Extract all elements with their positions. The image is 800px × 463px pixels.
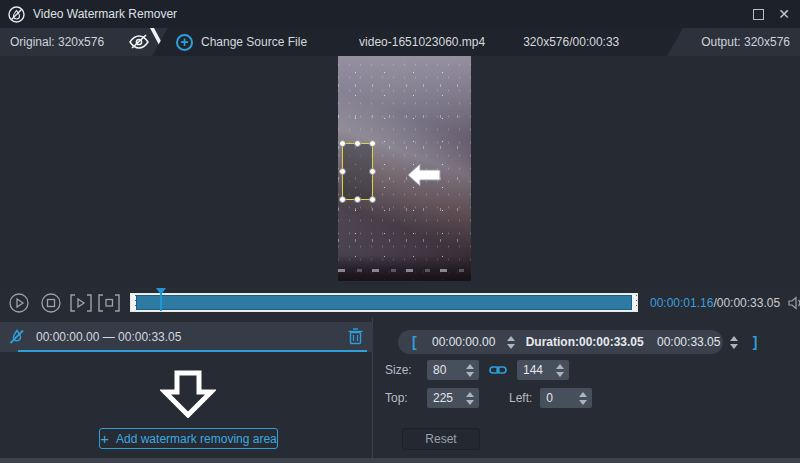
watermark-selection-box[interactable]: [342, 143, 373, 200]
resize-handle-bottom-right[interactable]: [369, 196, 376, 203]
resize-handle-bottom-center[interactable]: [354, 196, 361, 203]
bottom-area: 00:00:00.00 — 00:00:33.05 + Add watermar…: [0, 318, 800, 458]
delete-watermark-icon[interactable]: [348, 328, 363, 345]
volume-icon[interactable]: [788, 296, 800, 310]
step-down-icon[interactable]: [466, 400, 474, 405]
app-window: Video Watermark Remover ✕ Original: 320x…: [0, 0, 800, 463]
size-width-stepper[interactable]: [464, 364, 479, 377]
start-time-value[interactable]: 00:00:00.00: [423, 335, 505, 349]
timeline-selected-range: [136, 295, 632, 310]
end-time-stepper[interactable]: [728, 336, 743, 349]
horizon-decoration: [338, 255, 471, 281]
resize-handle-middle-right[interactable]: [369, 168, 376, 175]
add-watermark-area-label: Add watermark removing area: [116, 432, 277, 446]
item-active-underline: [18, 350, 367, 352]
size-row: Size: 80 144: [383, 360, 569, 380]
bracket-play-icon: [70, 294, 92, 312]
end-time-field[interactable]: 00:00:33.05: [650, 332, 743, 352]
duration-label: Duration:00:00:33.05: [526, 335, 644, 349]
step-up-icon[interactable]: [730, 336, 738, 341]
watermark-area-item[interactable]: 00:00:00.00 — 00:00:33.05: [0, 322, 373, 352]
top-value[interactable]: 225: [427, 391, 464, 405]
end-time-value[interactable]: 00:00:33.05: [650, 335, 728, 349]
total-time: 00:00:33.05: [717, 296, 780, 310]
start-time-stepper[interactable]: [505, 336, 520, 349]
step-up-icon[interactable]: [466, 392, 474, 397]
annotation-arrow-down-icon: [160, 370, 216, 418]
size-width-value[interactable]: 80: [427, 363, 464, 377]
source-dimensions: 320x576/00:00:33: [523, 35, 619, 49]
step-down-icon[interactable]: [579, 400, 587, 405]
step-up-icon[interactable]: [556, 364, 564, 369]
size-label: Size:: [385, 363, 427, 377]
output-resolution-tab: Output: 320x576: [667, 28, 800, 56]
current-time: 00:00:01.16: [650, 296, 713, 310]
step-down-icon[interactable]: [507, 344, 515, 349]
watermark-time-range: 00:00:00.00 — 00:00:33.05: [36, 330, 181, 344]
size-width-field[interactable]: 80: [427, 360, 479, 380]
source-filename: video-1651023060.mp4: [359, 35, 485, 49]
video-preview[interactable]: [338, 56, 471, 281]
start-time-field[interactable]: 00:00:00.00: [423, 332, 520, 352]
resize-handle-middle-left[interactable]: [339, 168, 346, 175]
size-height-stepper[interactable]: [554, 364, 569, 377]
plus-icon: +: [100, 431, 109, 446]
step-down-icon[interactable]: [466, 372, 474, 377]
output-resolution-label: Output: 320x576: [701, 35, 790, 49]
top-stepper[interactable]: [464, 392, 479, 405]
change-source-icon[interactable]: +: [176, 34, 193, 51]
tab-edge-decoration: [149, 26, 171, 60]
step-up-icon[interactable]: [507, 336, 515, 341]
play-segment-button[interactable]: [70, 292, 92, 314]
preview-stage: [0, 56, 800, 287]
position-row: Top: 225 Left: 0: [383, 388, 592, 408]
close-button[interactable]: ✕: [778, 9, 790, 20]
annotation-arrow-left-icon: [407, 163, 441, 187]
step-down-icon[interactable]: [556, 372, 564, 377]
playhead-marker[interactable]: [160, 289, 162, 311]
resize-handle-top-left[interactable]: [339, 140, 346, 147]
window-controls: ✕: [753, 0, 800, 28]
resize-handle-top-center[interactable]: [354, 140, 361, 147]
original-resolution-label: Original: 320x576: [10, 35, 104, 49]
left-field[interactable]: 0: [540, 388, 592, 408]
app-logo-icon: [8, 6, 25, 23]
link-dimensions-icon[interactable]: [489, 364, 507, 376]
top-field[interactable]: 225: [427, 388, 479, 408]
bracket-stop-icon: [98, 294, 120, 312]
stop-button[interactable]: [40, 292, 62, 314]
step-down-icon[interactable]: [730, 344, 738, 349]
resize-handle-top-right[interactable]: [369, 140, 376, 147]
toolbar-center: + Change Source File video-1651023060.mp…: [176, 28, 619, 56]
play-button[interactable]: [8, 292, 30, 314]
eye-slash-icon: [128, 32, 150, 51]
city-lights-decoration: [338, 269, 471, 272]
left-stepper[interactable]: [577, 392, 592, 405]
resize-handle-bottom-left[interactable]: [339, 196, 346, 203]
size-height-field[interactable]: 144: [517, 360, 569, 380]
step-up-icon[interactable]: [579, 392, 587, 397]
add-watermark-area-button[interactable]: + Add watermark removing area: [99, 428, 278, 449]
stop-segment-button[interactable]: [98, 292, 120, 314]
trim-range-control: [ 00:00:00.00 Duration:00:00:33.05 00:00…: [398, 330, 723, 354]
timeline-start-handle[interactable]: [131, 295, 136, 310]
watermark-list-panel: 00:00:00.00 — 00:00:33.05 + Add watermar…: [0, 318, 373, 458]
preview-toggle[interactable]: [128, 32, 150, 51]
maximize-button[interactable]: [753, 9, 764, 20]
window-title: Video Watermark Remover: [33, 7, 177, 21]
play-icon: [9, 293, 29, 313]
left-value[interactable]: 0: [540, 391, 577, 405]
size-height-value[interactable]: 144: [517, 363, 554, 377]
titlebar: Video Watermark Remover ✕: [0, 0, 800, 28]
left-label: Left:: [509, 391, 532, 405]
timeline-track[interactable]: [130, 293, 638, 312]
window-bottom-edge: [0, 458, 800, 463]
timecode-display: 00:00:01.16 / 00:00:33.05: [650, 287, 800, 318]
top-label: Top:: [385, 391, 427, 405]
step-up-icon[interactable]: [466, 364, 474, 369]
timeline-end-handle[interactable]: [632, 295, 637, 310]
change-source-button[interactable]: Change Source File: [201, 35, 307, 49]
watermark-drop-icon: [8, 328, 26, 346]
watermark-editor-panel: [ 00:00:00.00 Duration:00:00:33.05 00:00…: [373, 318, 799, 458]
reset-button[interactable]: Reset: [402, 428, 480, 450]
